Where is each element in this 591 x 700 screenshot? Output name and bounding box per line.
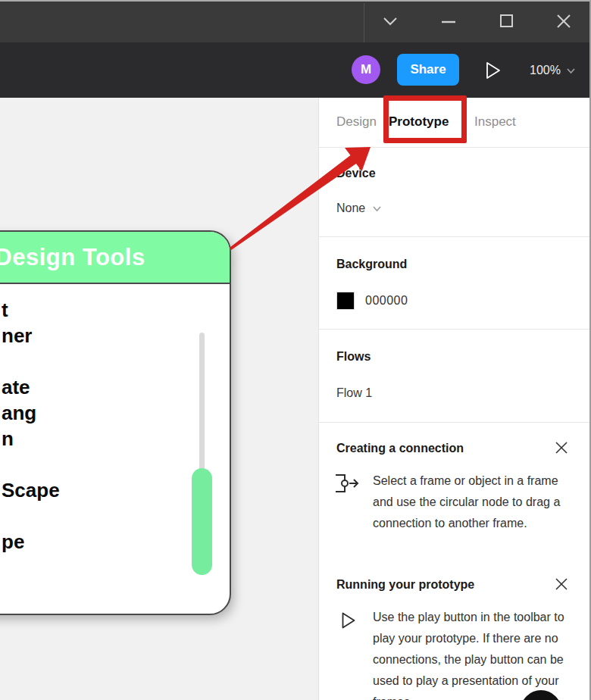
- list-item: ner: [2, 323, 183, 348]
- close-icon: [555, 13, 572, 30]
- properties-panel: Design Prototype Inspect Device None Bac…: [318, 98, 589, 700]
- list-item: [2, 503, 183, 529]
- help-section-body: Use the play button in the toolbar to pl…: [373, 607, 579, 700]
- list-item: n: [2, 426, 183, 452]
- window-titlebar: [0, 2, 591, 42]
- help-section-title: Running your prototype: [336, 578, 474, 592]
- close-icon: [555, 445, 568, 457]
- share-button[interactable]: Share: [397, 54, 459, 86]
- divider: [319, 147, 590, 148]
- flow-item[interactable]: Flow 1: [336, 386, 372, 400]
- window-minimize-button[interactable]: [441, 20, 456, 24]
- window-menu-button[interactable]: [381, 14, 399, 28]
- connection-node-icon: [334, 473, 363, 497]
- background-hex-value[interactable]: 000000: [365, 294, 408, 308]
- help-section-title: Creating a connection: [336, 442, 464, 455]
- avatar[interactable]: M: [352, 55, 380, 84]
- close-help-button[interactable]: [555, 577, 568, 593]
- tab-prototype[interactable]: Prototype: [389, 114, 449, 130]
- tab-inspect[interactable]: Inspect: [474, 114, 516, 130]
- list-item: Scape: [2, 477, 183, 503]
- color-swatch[interactable]: [336, 292, 355, 310]
- maximize-icon: [499, 14, 514, 29]
- scrollbar-track: [199, 333, 205, 470]
- design-tools-card[interactable]: Design Tools t ner ate ang n Scape pe: [0, 230, 231, 615]
- figma-window: M Share 100% Design Tools t ner ate ang: [0, 0, 591, 700]
- chevron-down-icon: [381, 14, 399, 28]
- flows-section-title: Flows: [336, 350, 371, 364]
- divider: [319, 422, 590, 423]
- design-canvas: Design Tools t ner ate ang n Scape pe: [0, 98, 318, 700]
- tab-design[interactable]: Design: [336, 114, 377, 130]
- play-outline-icon: [341, 611, 356, 633]
- list-item: [2, 348, 183, 374]
- card-title: Design Tools: [0, 244, 145, 271]
- list-item: ate: [2, 374, 183, 400]
- window-maximize-button[interactable]: [499, 14, 514, 29]
- card-header: Design Tools: [0, 232, 230, 284]
- scrollbar-thumb[interactable]: [192, 468, 212, 575]
- list-item: ang: [2, 400, 183, 426]
- card-item-list: t ner ate ang n Scape pe: [2, 297, 183, 555]
- chevron-down-icon: [566, 64, 576, 77]
- minimize-icon: [441, 20, 456, 24]
- chevron-down-icon: [372, 202, 382, 215]
- close-help-button[interactable]: [555, 441, 568, 457]
- play-icon: [485, 70, 502, 82]
- divider: [319, 236, 590, 237]
- device-section-title: Device: [336, 167, 376, 180]
- help-section-body: Select a frame or object in a frame and …: [373, 470, 579, 534]
- present-button[interactable]: [483, 61, 503, 81]
- background-section-title: Background: [336, 258, 407, 271]
- window-close-button[interactable]: [555, 13, 572, 30]
- list-item: [2, 452, 183, 477]
- titlebar-divider: [364, 3, 364, 42]
- close-icon: [555, 582, 568, 593]
- zoom-level-value: 100%: [530, 64, 561, 77]
- device-value: None: [336, 202, 365, 215]
- divider: [319, 329, 590, 330]
- list-item: t: [2, 297, 183, 323]
- zoom-level-dropdown[interactable]: 100%: [530, 64, 576, 77]
- app-toolbar: M Share 100%: [0, 42, 591, 98]
- device-dropdown[interactable]: None: [336, 202, 382, 215]
- list-item: pe: [2, 529, 183, 555]
